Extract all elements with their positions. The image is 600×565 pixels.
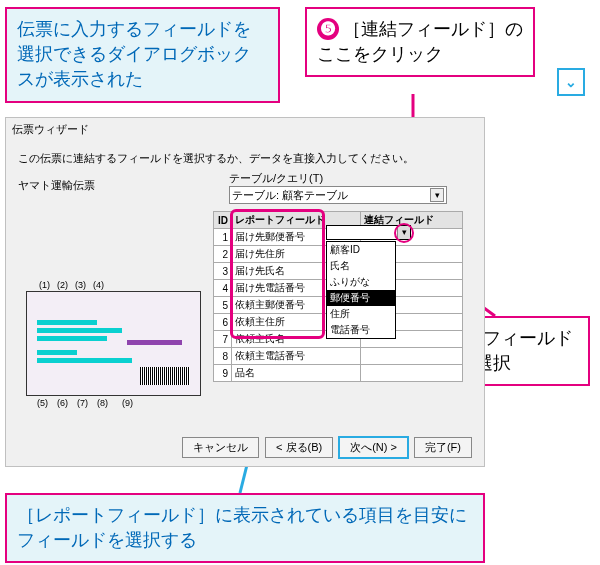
table-row[interactable]: 8依頼主電話番号: [214, 348, 463, 365]
step-5-text: ［連結フィールド］のここをクリック: [317, 19, 523, 64]
callout-tip: ［レポートフィールド］に表示されている項目を目安にフィールドを選択する: [5, 493, 485, 563]
preview-num: (1): [39, 280, 50, 290]
dropdown-item[interactable]: 顧客ID: [327, 242, 395, 258]
callout-step-5: ❺［連結フィールド］のここをクリック: [305, 7, 535, 77]
next-button[interactable]: 次へ(N) >: [339, 437, 408, 458]
cancel-button[interactable]: キャンセル: [182, 437, 259, 458]
preview-num: (9): [122, 398, 133, 408]
annotate-drop-icon: ⌄: [557, 68, 585, 96]
dropdown-item[interactable]: 郵便番号: [327, 290, 395, 306]
dropdown-item[interactable]: 氏名: [327, 258, 395, 274]
barcode-icon: [140, 367, 190, 385]
wizard-dialog: 伝票ウィザード この伝票に連結するフィールドを選択するか、データを直接入力してく…: [5, 117, 485, 467]
table-query-label: テーブル/クエリ(T): [229, 171, 323, 186]
table-row[interactable]: 9品名: [214, 365, 463, 382]
wizard-message: この伝票に連結するフィールドを選択するか、データを直接入力してください。: [18, 151, 472, 166]
wizard-title: 伝票ウィザード: [6, 118, 484, 141]
chevron-down-icon[interactable]: ▾: [430, 188, 444, 202]
step-5-marker: [394, 223, 414, 243]
col-id: ID: [214, 212, 232, 229]
link-field-cell[interactable]: ▾: [326, 225, 411, 240]
step-number-5: ❺: [317, 18, 339, 40]
slip-preview: (1) (2) (3) (4) (5) (6) (7) (8) (9): [26, 291, 201, 396]
callout-dialog-shown: 伝票に入力するフィールドを選択できるダイアログボックスが表示された: [5, 7, 280, 103]
preview-num: (3): [75, 280, 86, 290]
preview-num: (4): [93, 280, 104, 290]
preview-num: (8): [97, 398, 108, 408]
table-query-combo[interactable]: テーブル: 顧客テーブル ▾: [229, 186, 447, 204]
dropdown-item[interactable]: ふりがな: [327, 274, 395, 290]
dropdown-item[interactable]: 住所: [327, 306, 395, 322]
preview-num: (2): [57, 280, 68, 290]
preview-num: (7): [77, 398, 88, 408]
dropdown-item[interactable]: 電話番号: [327, 322, 395, 338]
preview-num: (6): [57, 398, 68, 408]
back-button[interactable]: < 戻る(B): [265, 437, 333, 458]
link-field-value: [327, 226, 397, 239]
finish-button[interactable]: 完了(F): [414, 437, 472, 458]
link-field-dropdown[interactable]: 顧客ID氏名ふりがな郵便番号住所電話番号: [326, 241, 396, 339]
preview-num: (5): [37, 398, 48, 408]
combo-value: テーブル: 顧客テーブル: [232, 188, 348, 203]
